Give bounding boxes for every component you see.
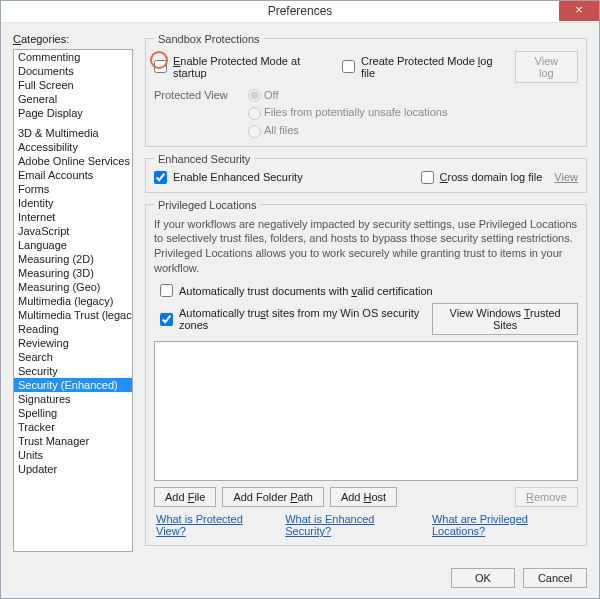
create-logfile-input[interactable] [342,60,355,73]
create-logfile-checkbox[interactable]: Create Protected Mode log file [342,55,509,79]
view-log-button[interactable]: View log [515,51,578,83]
category-item[interactable]: Multimedia (legacy) [14,294,132,308]
enhanced-security-legend: Enhanced Security [154,153,254,165]
category-item[interactable]: Documents [14,64,132,78]
add-folder-path-button[interactable]: Add Folder Path [222,487,324,507]
protected-view-radios: Off Files from potentially unsafe locati… [248,89,447,138]
auto-trust-os-label: Automatically trust sites from my Win OS… [179,307,420,331]
enable-protected-mode-label: Enable Protected Mode at startup [173,55,336,79]
privileged-locations-list[interactable] [154,341,578,481]
auto-trust-cert-checkbox[interactable]: Automatically trust documents with valid… [160,284,578,297]
category-item[interactable]: Signatures [14,392,132,406]
close-button[interactable]: × [559,1,599,21]
auto-trust-cert-label: Automatically trust documents with valid… [179,285,433,297]
dialog-footer: OK Cancel [1,560,599,598]
add-host-button[interactable]: Add Host [330,487,397,507]
enhanced-view-link[interactable]: View [554,171,578,183]
category-item[interactable]: Language [14,238,132,252]
titlebar: Preferences × [1,1,599,23]
help-protected-view-link[interactable]: What is Protected View? [156,513,269,537]
category-item[interactable]: Search [14,350,132,364]
protected-view-unsafe[interactable]: Files from potentially unsafe locations [248,106,447,120]
category-item[interactable]: Security (Enhanced) [14,378,132,392]
category-item[interactable]: Email Accounts [14,168,132,182]
window-title: Preferences [268,4,333,18]
category-item[interactable]: Trust Manager [14,434,132,448]
add-file-button[interactable]: Add File [154,487,216,507]
enhanced-security-group: Enhanced Security Enable Enhanced Securi… [145,153,587,193]
protected-view-off[interactable]: Off [248,89,447,103]
category-item[interactable]: Measuring (2D) [14,252,132,266]
privileged-locations-group: Privileged Locations If your workflows a… [145,199,587,546]
category-item[interactable]: Multimedia Trust (legacy) [14,308,132,322]
enable-protected-mode-input[interactable] [154,60,167,73]
category-item[interactable]: Forms [14,182,132,196]
sandbox-legend: Sandbox Protections [154,33,264,45]
category-item[interactable]: Page Display [14,106,132,120]
help-privileged-locations-link[interactable]: What are Privileged Locations? [432,513,576,537]
category-item[interactable]: Spelling [14,406,132,420]
content-area: Categories: CommentingDocumentsFull Scre… [1,23,599,560]
category-item[interactable]: 3D & Multimedia [14,126,132,140]
help-enhanced-security-link[interactable]: What is Enhanced Security? [285,513,416,537]
category-item[interactable]: Tracker [14,420,132,434]
category-item[interactable]: Units [14,448,132,462]
view-trusted-sites-button[interactable]: View Windows Trusted Sites [432,303,578,335]
remove-button[interactable]: Remove [515,487,578,507]
enable-enhanced-security-input[interactable] [154,171,167,184]
categories-list[interactable]: CommentingDocumentsFull ScreenGeneralPag… [13,49,133,552]
auto-trust-cert-input[interactable] [160,284,173,297]
settings-pane: Sandbox Protections Enable Protected Mod… [145,33,587,552]
auto-trust-os-input[interactable] [160,313,173,326]
category-item[interactable]: Full Screen [14,78,132,92]
preferences-window: Preferences × Categories: CommentingDocu… [0,0,600,599]
category-item[interactable]: Commenting [14,50,132,64]
enable-enhanced-security-label: Enable Enhanced Security [173,171,303,183]
category-item[interactable]: Internet [14,210,132,224]
cancel-button[interactable]: Cancel [523,568,587,588]
categories-panel: Categories: CommentingDocumentsFull Scre… [13,33,133,552]
privileged-locations-legend: Privileged Locations [154,199,260,211]
categories-label: Categories: [13,33,133,45]
cross-domain-log-label: Cross domain log file [440,171,543,183]
category-item[interactable]: Reading [14,322,132,336]
category-item[interactable]: Measuring (Geo) [14,280,132,294]
enable-enhanced-security-checkbox[interactable]: Enable Enhanced Security [154,171,303,184]
protected-view-all[interactable]: All files [248,124,447,138]
protected-view-label: Protected View [154,89,234,138]
privileged-locations-description: If your workflows are negatively impacte… [154,217,578,276]
category-item[interactable]: Accessibility [14,140,132,154]
category-item[interactable]: Security [14,364,132,378]
category-item[interactable]: JavaScript [14,224,132,238]
category-item[interactable]: General [14,92,132,106]
create-logfile-label: Create Protected Mode log file [361,55,509,79]
category-item[interactable]: Adobe Online Services [14,154,132,168]
enable-protected-mode-checkbox[interactable]: Enable Protected Mode at startup [154,55,336,79]
ok-button[interactable]: OK [451,568,515,588]
cross-domain-log-checkbox[interactable]: Cross domain log file [421,171,543,184]
sandbox-group: Sandbox Protections Enable Protected Mod… [145,33,587,147]
category-item[interactable]: Identity [14,196,132,210]
category-item[interactable]: Measuring (3D) [14,266,132,280]
category-item[interactable]: Updater [14,462,132,476]
cross-domain-log-input[interactable] [421,171,434,184]
auto-trust-os-checkbox[interactable]: Automatically trust sites from my Win OS… [160,307,420,331]
category-item[interactable]: Reviewing [14,336,132,350]
